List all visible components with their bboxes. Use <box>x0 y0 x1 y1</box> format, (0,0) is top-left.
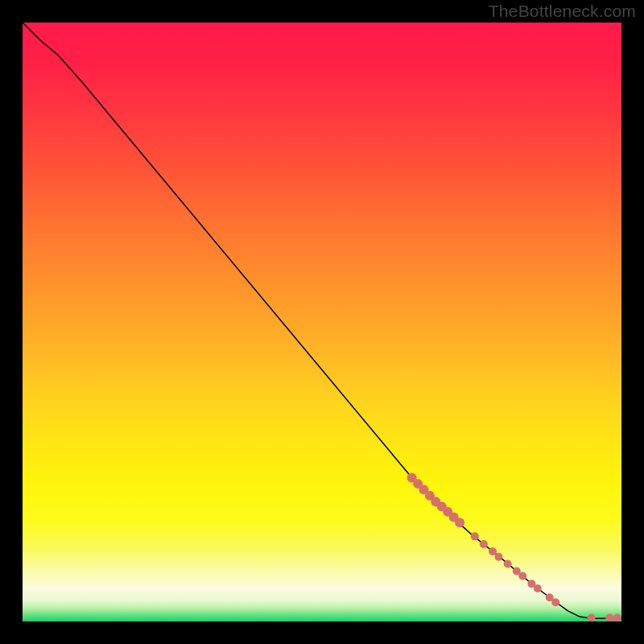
app-frame: TheBottleneck.com <box>0 0 644 644</box>
chart-svg <box>23 23 621 621</box>
marker-point <box>489 547 497 555</box>
marker-point <box>471 532 479 540</box>
chart-background <box>23 23 621 621</box>
chart-plot-area <box>23 23 621 621</box>
marker-point <box>534 584 542 592</box>
marker-point <box>494 553 502 561</box>
marker-point <box>551 598 559 606</box>
marker-point <box>455 518 464 527</box>
marker-point <box>504 560 512 568</box>
marker-point <box>480 540 488 548</box>
watermark-text: TheBottleneck.com <box>489 2 636 21</box>
marker-point <box>518 572 526 580</box>
